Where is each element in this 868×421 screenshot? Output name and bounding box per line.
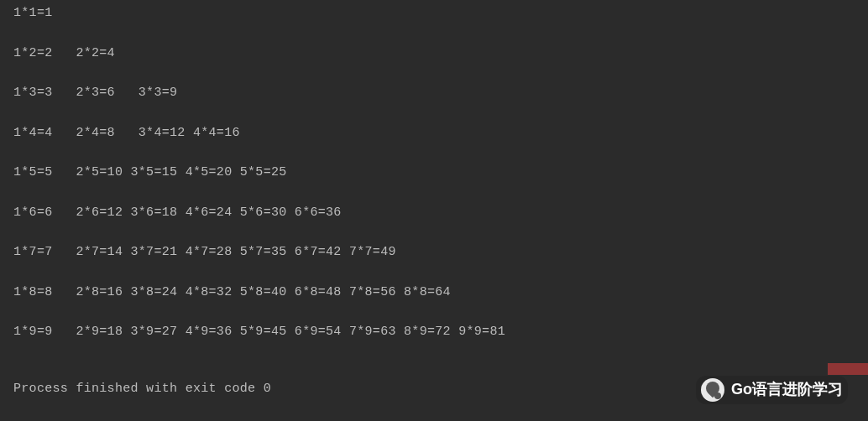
output-line: 1*1=1 xyxy=(13,5,855,22)
console-output: 1*1=1 1*2=2 2*2=4 1*3=3 2*3=6 3*3=9 1*4=… xyxy=(13,5,855,397)
watermark-text: Go语言进阶学习 xyxy=(731,380,843,399)
wechat-icon xyxy=(701,378,724,402)
output-line: 1*8=8 2*8=16 3*8=24 4*8=32 5*8=40 6*8=48… xyxy=(13,284,855,301)
output-line: 1*4=4 2*4=8 3*4=12 4*4=16 xyxy=(13,125,855,142)
output-line: 1*9=9 2*9=18 3*9=27 4*9=36 5*9=45 6*9=54… xyxy=(13,324,855,340)
watermark-strip xyxy=(828,363,868,375)
output-line: 1*7=7 2*7=14 3*7=21 4*7=28 5*7=35 6*7=42… xyxy=(13,244,855,261)
watermark-badge: Go语言进阶学习 xyxy=(696,376,848,404)
output-line: 1*3=3 2*3=6 3*3=9 xyxy=(13,85,855,101)
output-line: 1*5=5 2*5=10 3*5=15 4*5=20 5*5=25 xyxy=(13,164,855,181)
output-line: 1*6=6 2*6=12 3*6=18 4*6=24 5*6=30 6*6=36 xyxy=(13,205,855,221)
output-line: 1*2=2 2*2=4 xyxy=(13,45,855,62)
